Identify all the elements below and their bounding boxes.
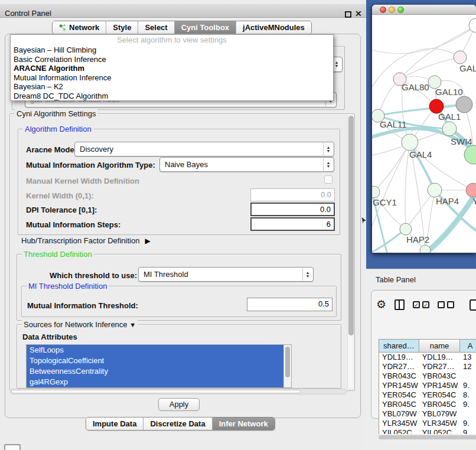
which-threshold-combobox[interactable]: MI Threshold ▲▼	[138, 267, 314, 282]
expanded-arrow-icon[interactable]: ▼	[129, 321, 136, 328]
scrollbar-thumb[interactable]	[348, 116, 354, 335]
cell: YPR145W	[379, 381, 419, 390]
cell: YLR345W	[379, 419, 419, 428]
network-node-swi4[interactable]	[464, 145, 476, 164]
table-row[interactable]: YBR045CYBR045C9.	[379, 400, 476, 409]
scrollbar-thumb[interactable]	[285, 347, 290, 377]
dropdown-item[interactable]: Basic Correlation Inference	[11, 55, 333, 64]
node-label: HAP2	[406, 234, 429, 244]
tab-jactivemnodules[interactable]: jActiveMNodules	[236, 21, 311, 34]
select-all-icon[interactable]: ✓ ✓	[413, 301, 429, 308]
node-label: GAL1	[438, 112, 461, 122]
list-item[interactable]: SelfLoops	[27, 345, 283, 356]
column-header-name[interactable]: name	[419, 340, 460, 353]
checked-checkbox-icon: ✓	[422, 301, 429, 308]
node-label: GCY1	[373, 197, 397, 207]
gear-icon[interactable]: ⚙	[376, 298, 386, 311]
apply-button[interactable]: Apply	[158, 398, 200, 411]
list-item[interactable]: TopologicalCoefficient	[27, 356, 283, 366]
cell: YBR045C	[379, 400, 419, 409]
network-node[interactable]	[420, 245, 431, 253]
node-label: SWI4	[451, 136, 472, 146]
scrollbar-thumb[interactable]	[11, 390, 301, 393]
network-node-gcy1[interactable]	[372, 186, 380, 198]
close-traffic-light-icon[interactable]	[380, 6, 386, 13]
dpi-tolerance-field[interactable]: 0.0	[250, 203, 335, 216]
list-item[interactable]: gal4RGexp	[27, 377, 283, 387]
cell: YIL052C	[419, 428, 460, 434]
table-row[interactable]: YER054CYER054C8.	[379, 390, 476, 400]
dropdown-placeholder: Select algorithm to view settings	[11, 35, 333, 45]
mi-type-combobox[interactable]: Naive Bayes ▲▼	[159, 157, 334, 172]
hub-definition-expander[interactable]: Hub/Transcription Factor Definition ▶	[21, 236, 151, 245]
dock-icon[interactable]	[4, 444, 21, 450]
table-horizontal-scrollbar[interactable]	[379, 435, 476, 440]
mi-steps-label: Mutual Information Steps:	[26, 220, 120, 229]
node-table: shared… name A YDL19…YDL19…13 YDR27…YDR2…	[379, 339, 476, 434]
network-canvas[interactable]: GAL GAL80 GAL10 GAL1 GAL11 SWI4 GAL4 GCY…	[372, 15, 476, 253]
manual-kernel-checkbox[interactable]	[324, 175, 332, 184]
list-item[interactable]: BetweennessCentrality	[27, 366, 283, 377]
columns-icon[interactable]	[395, 299, 405, 310]
float-window-icon[interactable]	[345, 11, 351, 18]
network-node[interactable]	[456, 96, 472, 113]
cell: YPR145W	[419, 381, 460, 390]
data-attributes-list[interactable]: SelfLoops TopologicalCoefficient Between…	[26, 344, 292, 388]
dropdown-item[interactable]: Mutual Information Inference	[11, 73, 333, 83]
minimize-traffic-light-icon[interactable]	[389, 6, 395, 13]
network-view-window[interactable]: GAL GAL80 GAL10 GAL1 GAL11 SWI4 GAL4 GCY…	[372, 5, 476, 253]
network-node[interactable]	[469, 18, 476, 32]
mi-type-label: Mutual Information Algorithm Type:	[26, 161, 155, 169]
dropdown-item-selected[interactable]: ARACNE Algorithm	[11, 64, 333, 73]
dropdown-item[interactable]: Bayesian – K2	[11, 82, 333, 92]
list-scrollbar[interactable]	[283, 345, 291, 387]
network-node-hap4[interactable]	[428, 183, 442, 197]
group-title: MI Threshold Definition	[27, 282, 109, 291]
mi-threshold-field[interactable]: 0.5	[247, 298, 332, 311]
close-icon[interactable]: ✕	[355, 9, 362, 18]
network-node-hap2[interactable]	[400, 223, 412, 235]
kernel-width-field[interactable]: 0.0	[250, 188, 335, 201]
horizontal-scrollbar[interactable]	[10, 389, 347, 394]
cell: YBL079W	[379, 409, 419, 419]
zoom-traffic-light-icon[interactable]	[397, 6, 404, 13]
dropdown-item[interactable]: Bayesian – Hill Climbing	[11, 45, 333, 55]
network-window-titlebar[interactable]	[372, 5, 476, 15]
table-row[interactable]: YBL079WYBL079W	[379, 409, 476, 419]
column-header-partial[interactable]: A	[460, 340, 476, 353]
network-node-pink[interactable]	[466, 183, 476, 197]
tab-style[interactable]: Style	[106, 21, 138, 34]
tab-cyni-toolbox[interactable]: Cyni Toolbox	[175, 21, 236, 34]
table-row[interactable]: YBR043CYBR043C	[379, 371, 476, 381]
document-icon[interactable]	[470, 299, 476, 311]
tab-label: Impute Data	[93, 418, 136, 431]
dropdown-item[interactable]: Dream8 DC_TDC Algorithm	[11, 92, 333, 101]
network-node-gal1[interactable]	[442, 122, 457, 136]
table-row[interactable]: YPR145WYPR145W9.	[379, 381, 476, 390]
network-node[interactable]	[454, 51, 467, 64]
table-row[interactable]: YDR27…YDR27…12	[379, 362, 476, 371]
tab-impute-data[interactable]: Impute Data	[86, 418, 144, 430]
mi-steps-field[interactable]: 6	[250, 217, 335, 231]
tab-infer-network[interactable]: Infer Network	[213, 418, 275, 430]
tab-label: Infer Network	[219, 418, 268, 431]
checked-checkbox-icon: ✓	[413, 301, 420, 308]
tab-network[interactable]: Network	[53, 21, 106, 34]
table-row[interactable]: YDL19…YDL19…13	[379, 353, 476, 362]
network-node-gal4[interactable]	[402, 134, 418, 151]
tab-discretize-data[interactable]: Discretize Data	[144, 418, 212, 430]
table-panel-window: ⚙ ✓ ✓ shared… name A YDL19…YDL19…13 YDR2…	[371, 290, 476, 419]
scrollbar-thumb[interactable]	[379, 435, 476, 439]
tab-select[interactable]: Select	[138, 21, 174, 34]
aracne-mode-combobox[interactable]: Discovery ▲▼	[74, 142, 334, 156]
settings-scrollbar[interactable]	[347, 115, 354, 389]
table-row[interactable]: YLR345WYLR345W9.	[379, 419, 476, 428]
column-header-shared-name[interactable]: shared…	[379, 340, 419, 353]
data-attributes-label: Data Attributes	[22, 332, 77, 341]
unselect-all-icon[interactable]	[438, 301, 454, 308]
cell: 9.	[460, 419, 476, 428]
combobox-stepper-icon: ▲▼	[302, 268, 312, 281]
table-row[interactable]: YIL052CYIL052C9	[379, 428, 476, 434]
cyni-bottom-tabs: Impute Data Discretize Data Infer Networ…	[86, 417, 275, 431]
node-label: GAL4	[409, 149, 432, 159]
